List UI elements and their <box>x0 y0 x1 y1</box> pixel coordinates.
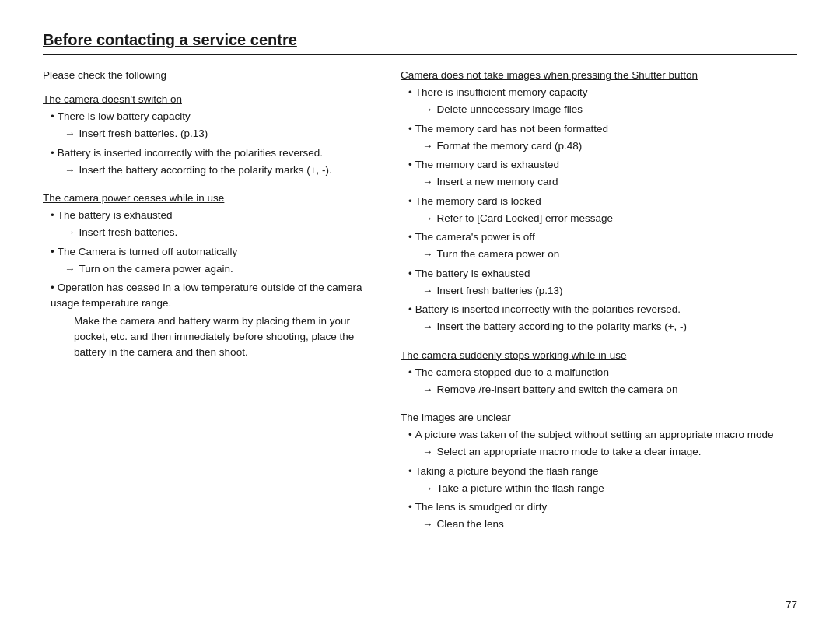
section-shutter: Camera does not take images when pressin… <box>401 69 797 335</box>
list-item: A picture was taken of the subject witho… <box>408 427 797 443</box>
right-column: Camera does not take images when pressin… <box>401 69 797 547</box>
list-item: The battery is exhausted <box>51 208 377 223</box>
list-item: Operation has ceased in a low temperatur… <box>51 280 377 312</box>
list-item: Insert the battery according to the pola… <box>65 163 377 178</box>
page-number: 77 <box>786 599 797 611</box>
list-item: The lens is smudged or dirty <box>408 499 797 515</box>
section-unclear: The images are unclear A picture was tak… <box>401 412 797 533</box>
section-camera-power: The camera power ceases while in use The… <box>43 192 377 360</box>
section-title-power: The camera power ceases while in use <box>43 192 224 204</box>
list-item: Taking a picture beyond the flash range <box>408 464 797 479</box>
section-title-shutter: Camera does not take images when pressin… <box>401 69 698 81</box>
list-item: Insert fresh batteries. (p.13) <box>65 126 377 142</box>
page: Before contacting a service centre Pleas… <box>0 0 840 634</box>
list-item: Battery is inserted incorrectly with the… <box>408 302 797 317</box>
section-items-shutter: There is insufficient memory capacity De… <box>401 85 797 335</box>
list-item: Make the camera and battery warm by plac… <box>74 313 377 361</box>
list-item: Remove /re-insert battery and switch the… <box>422 382 797 398</box>
list-item: Format the memory card (p.48) <box>422 138 797 154</box>
list-item: The camera stopped due to a malfunction <box>408 365 797 380</box>
section-title-switch: The camera doesn't switch on <box>43 93 182 105</box>
list-item: Insert the battery according to the pola… <box>422 319 797 335</box>
list-item: Take a picture within the flash range <box>422 481 797 496</box>
list-item: There is low battery capacity <box>51 109 377 124</box>
list-item: Turn on the camera power again. <box>65 261 377 277</box>
list-item: Insert a new memory card <box>422 174 797 190</box>
list-item: The battery is exhausted <box>408 266 797 282</box>
list-item: There is insufficient memory capacity <box>408 85 797 100</box>
list-item: The memory card is exhausted <box>408 157 797 173</box>
section-title-stops: The camera suddenly stops working while … <box>401 349 626 361</box>
section-items-power: The battery is exhausted Insert fresh ba… <box>43 208 377 360</box>
section-stops: The camera suddenly stops working while … <box>401 349 797 398</box>
list-item: The memory card has not been formatted <box>408 121 797 137</box>
list-item: The memory card is locked <box>408 194 797 209</box>
left-column: Please check the following The camera do… <box>43 69 377 547</box>
content-area: Please check the following The camera do… <box>43 69 797 547</box>
section-items-switch: There is low battery capacity Insert fre… <box>43 109 377 178</box>
list-item: The Camera is turned off automatically <box>51 244 377 260</box>
list-item: Battery is inserted incorrectly with the… <box>51 145 377 161</box>
section-title-unclear: The images are unclear <box>401 412 511 423</box>
section-items-unclear: A picture was taken of the subject witho… <box>401 427 797 533</box>
section-camera-switch: The camera doesn't switch on There is lo… <box>43 93 377 178</box>
list-item: The camera's power is off <box>408 229 797 245</box>
list-item: Insert fresh batteries (p.13) <box>422 283 797 299</box>
section-items-stops: The camera stopped due to a malfunction … <box>401 365 797 398</box>
intro-text: Please check the following <box>43 69 377 81</box>
page-title: Before contacting a service centre <box>43 31 797 55</box>
list-item: Select an appropriate macro mode to take… <box>422 444 797 460</box>
list-item: Turn the camera power on <box>422 247 797 262</box>
list-item: Insert fresh batteries. <box>65 225 377 240</box>
list-item: Delete unnecessary image files <box>422 102 797 117</box>
list-item: Clean the lens <box>422 517 797 532</box>
list-item: Refer to [Card Locked] error message <box>422 211 797 226</box>
